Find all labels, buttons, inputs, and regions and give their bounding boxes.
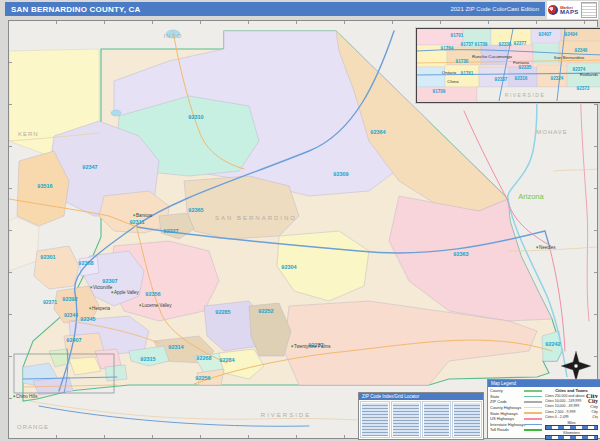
city-class-sample: City — [588, 398, 598, 403]
zip-label-92314: 92314 — [168, 344, 184, 350]
city-class-label: Cities 50,000 - 249,999 — [545, 399, 581, 403]
city-label-twentynine-palms: Twentynine Palms — [294, 344, 331, 349]
county-label-kern: KERN — [18, 131, 39, 137]
zip-label-92356: 92356 — [145, 291, 160, 297]
zip-label-92373: 92373 — [577, 86, 590, 91]
zip-label-92371: 92371 — [43, 299, 57, 305]
county-label-orange: ORANGE — [17, 424, 49, 430]
legend-label: ZIP Code — [490, 399, 507, 404]
legend-line-items: CountyStateZIP CodeCounty HighwaysState … — [490, 388, 542, 440]
inset-city-label-fontana: Fontana — [513, 60, 530, 65]
header-bar: SAN BERNARDINO COUNTY, CA 2021 ZIP Code … — [5, 2, 545, 16]
zip-label-92309: 92309 — [333, 171, 348, 177]
scalebar-bar — [545, 435, 598, 440]
zip-label-92242: 92242 — [545, 341, 560, 347]
city-class-sample: City — [590, 404, 598, 409]
inset-zip-area-17 — [417, 87, 477, 101]
town-dot-needles — [536, 246, 538, 248]
town-dot-twentynine-palms — [291, 345, 293, 347]
frame-ticks-top — [9, 21, 597, 24]
legend-label: Interstate Highways — [490, 422, 525, 427]
zip-region — [105, 365, 127, 381]
edition-label: 2021 ZIP Code ColorCast Edition — [450, 6, 539, 12]
legend-city-class-row: Cities 0 - 2,499City — [545, 415, 598, 420]
zip-label-92365: 92365 — [188, 207, 203, 213]
zip-label-92377: 92377 — [514, 41, 527, 46]
zip-label-92311: 92311 — [130, 219, 145, 225]
zip-label-91709: 91709 — [433, 89, 446, 94]
county-label-inyo: INYO — [164, 33, 183, 39]
zip-label-92344: 92344 — [64, 312, 78, 318]
legend-line-swatch — [524, 390, 542, 392]
inset-city-label-chino: Chino — [447, 79, 459, 84]
inset-city-label-rancho-cucamonga: Rancho Cucamonga — [472, 54, 513, 59]
lake-1 — [111, 110, 121, 116]
legend-line-swatch — [524, 396, 542, 398]
inset-city-label-san-bernardino: San Bernardino — [554, 55, 585, 60]
zip-label-92337: 92337 — [495, 77, 508, 82]
zip-label-92316: 92316 — [515, 76, 528, 81]
inset-map-metro: 9170192407924049173791739923369237791764… — [416, 28, 600, 103]
logo-side-box — [581, 2, 597, 18]
town-dot-victorville — [90, 286, 92, 288]
zip-label-92407: 92407 — [66, 337, 81, 343]
compass-center — [574, 364, 578, 368]
inset-zip-area-11 — [417, 67, 445, 87]
zip-label-92324: 92324 — [551, 76, 564, 81]
legend-city-class-row: Cities 10,000 - 49,999City — [545, 404, 598, 409]
zip-index-column-1 — [360, 401, 390, 438]
zip-index-columns — [359, 400, 483, 439]
zip-label-91730: 91730 — [456, 59, 469, 64]
legend-city-class-row: Cities 50,000 - 249,999City — [545, 398, 598, 403]
county-label-san-bernardino: SAN BERNARDINO — [215, 215, 297, 221]
zip-label-91737: 91737 — [461, 42, 474, 47]
zip-label-92301: 92301 — [40, 254, 55, 260]
legend-scalebars: MilesKilometers — [545, 421, 598, 440]
zip-label-92307: 92307 — [102, 278, 117, 284]
city-label-barstow: Barstow — [136, 213, 153, 218]
zip-label-92363: 92363 — [453, 251, 468, 257]
zip-label-91739: 91739 — [475, 42, 488, 47]
town-dot-lucerne-valley — [139, 304, 141, 306]
legend-label: State Highways — [490, 411, 518, 416]
zip-label-92347: 92347 — [82, 164, 97, 170]
legend-label: County — [490, 388, 503, 393]
inset-city-label-ontario: Ontario — [442, 70, 457, 75]
legend-box: Map Legend CountyStateZIP CodeCounty Hig… — [487, 379, 600, 439]
legend-city-classes: Cities 250,000 and aboveCityCities 50,00… — [545, 393, 598, 420]
scalebar-bar — [545, 425, 598, 430]
zip-label-92335: 92335 — [519, 65, 532, 70]
legend-label: Toll Roads — [490, 427, 509, 432]
zip-label-92327: 92327 — [163, 228, 178, 234]
city-label-victorville: Victorville — [93, 285, 113, 290]
map-canvas: KERNINYOMOHAVESAN BERNARDINORIVERSIDEORA… — [8, 20, 598, 439]
logo-text-bottom: MAPS — [560, 10, 579, 14]
zip-label-92404: 92404 — [565, 32, 578, 37]
town-dot-barstow — [133, 214, 135, 216]
city-class-sample: City — [593, 415, 599, 419]
county-label-mohave: MOHAVE — [536, 129, 568, 135]
legend-line-swatch — [524, 407, 542, 409]
frame-ticks-left — [9, 21, 12, 438]
town-dot-hesperia — [89, 307, 91, 309]
zip-index-column-4 — [452, 401, 482, 438]
town-dot-chino-hills — [13, 395, 15, 397]
city-label-needles: Needles — [539, 245, 556, 250]
zip-label-92336: 92336 — [499, 42, 512, 47]
city-label-hesperia: Hesperia — [92, 306, 111, 311]
inset-city-label-redlands: Redlands — [580, 72, 599, 77]
zip-label-91764: 91764 — [441, 46, 454, 51]
city-label-apple-valley: Apple Valley — [114, 290, 139, 295]
zip-index-title: ZIP Code Index/Grid Locator — [359, 393, 483, 400]
scalebar-kilometers: Kilometers — [545, 431, 598, 440]
logo-swirl-icon — [548, 5, 558, 15]
zip-label-92346: 92346 — [575, 48, 588, 53]
zip-label-92268: 92268 — [196, 355, 211, 361]
state-label-arizona: Arizona — [518, 192, 544, 201]
zip-label-92407: 92407 — [539, 32, 552, 37]
zip-label-92392: 92392 — [62, 296, 77, 302]
legend-row-toll-roads: Toll Roads — [490, 427, 542, 433]
zip-label-92315: 92315 — [140, 356, 155, 362]
city-label-lucerne-valley: Lucerne Valley — [142, 303, 172, 308]
zip-label-92345: 92345 — [80, 316, 95, 322]
